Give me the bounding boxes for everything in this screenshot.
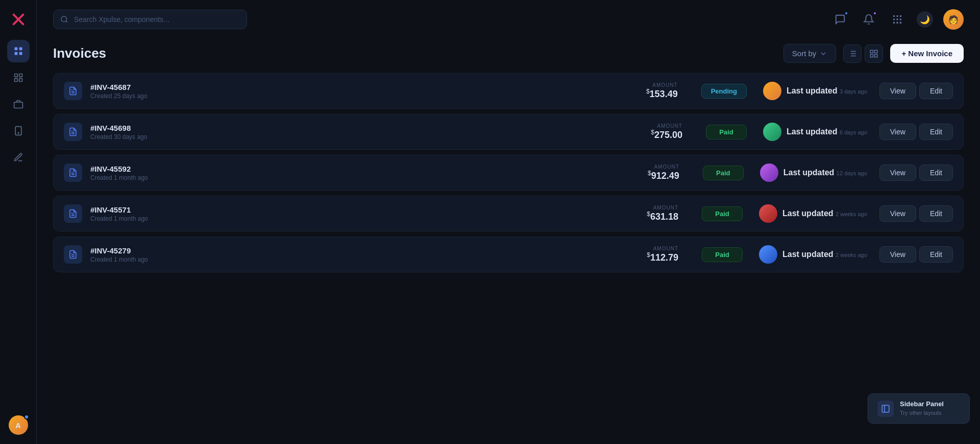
invoice-actions: View Edit: [879, 165, 953, 181]
theme-toggle[interactable]: 🌙: [917, 11, 933, 28]
new-invoice-button[interactable]: + New Invoice: [890, 44, 964, 63]
edit-button[interactable]: Edit: [919, 246, 953, 263]
invoice-amount: AMOUNT $912.49: [648, 164, 679, 181]
invoice-status-badge: Pending: [701, 84, 747, 99]
invoice-last-updated: Last updated 6 days ago: [787, 127, 867, 136]
user-avatar[interactable]: 🧑: [943, 9, 964, 30]
rail-user-avatar[interactable]: A: [9, 415, 28, 435]
invoice-actions: View Edit: [879, 205, 953, 222]
svg-rect-7: [19, 79, 22, 82]
view-button[interactable]: View: [879, 165, 916, 181]
sidebar-panel-tooltip[interactable]: Sidebar Panel Try other layouts: [868, 393, 970, 424]
invoice-date: Created 1 month ago: [90, 174, 640, 181]
invoice-status-badge: Paid: [702, 247, 743, 262]
svg-rect-8: [14, 102, 22, 108]
last-updated-label: Last updated: [782, 250, 834, 259]
app-logo[interactable]: [8, 9, 29, 30]
invoice-number: #INV-45592: [90, 165, 640, 173]
invoice-actions: View Edit: [879, 83, 953, 99]
edit-button[interactable]: Edit: [919, 83, 953, 99]
search-input[interactable]: [53, 10, 247, 29]
user-avatar: [760, 163, 778, 182]
user-avatar: [759, 245, 777, 264]
chevron-down-icon: [819, 50, 827, 58]
invoice-user: Last updated 12 days ago: [760, 163, 867, 182]
last-updated-label: Last updated: [783, 168, 835, 177]
svg-point-10: [18, 132, 19, 133]
main-content: 🌙 🧑 Invoices Sort by: [37, 0, 980, 444]
invoice-info: #INV-45592 Created 1 month ago: [90, 165, 640, 181]
last-updated-value: 2 weeks ago: [836, 252, 867, 258]
view-button[interactable]: View: [879, 205, 916, 222]
invoice-amount-label: AMOUNT: [647, 246, 678, 251]
search-wrap: [53, 10, 247, 29]
sort-by-dropdown[interactable]: Sort by: [783, 44, 837, 63]
invoice-row: #INV-45698 Created 30 days ago AMOUNT $2…: [53, 114, 964, 150]
grid-view-icon: [869, 49, 878, 58]
svg-point-19: [896, 22, 898, 24]
invoice-amount-label: AMOUNT: [647, 205, 678, 211]
grid-view-btn[interactable]: [865, 44, 883, 63]
svg-rect-0: [14, 48, 17, 51]
icon-rail: A: [0, 0, 37, 444]
invoice-amount-label: AMOUNT: [648, 164, 679, 170]
page-actions: Sort by + Ne: [783, 44, 964, 63]
invoice-user: Last updated 3 days ago: [763, 82, 867, 100]
invoice-user: Last updated 2 weeks ago: [759, 204, 867, 223]
sidebar-item-grid[interactable]: [7, 66, 30, 89]
invoice-icon: [64, 82, 82, 100]
last-updated-label: Last updated: [782, 209, 834, 218]
invoice-status-badge: Paid: [703, 166, 744, 180]
svg-point-14: [900, 15, 902, 17]
invoice-row: #INV-45279 Created 1 month ago AMOUNT $1…: [53, 237, 964, 272]
svg-point-13: [896, 15, 898, 17]
sidebar-item-briefcase[interactable]: [7, 93, 30, 115]
chat-icon-btn[interactable]: [831, 10, 849, 29]
invoice-amount-value: $912.49: [648, 170, 679, 181]
invoice-last-updated: Last updated 12 days ago: [783, 168, 867, 177]
invoice-number: #INV-45687: [90, 83, 638, 91]
panel-text: Sidebar Panel Try other layouts: [900, 400, 944, 417]
svg-rect-27: [871, 50, 873, 53]
svg-point-17: [900, 18, 902, 20]
edit-button[interactable]: Edit: [919, 205, 953, 222]
chat-icon: [835, 14, 846, 25]
edit-button[interactable]: Edit: [919, 124, 953, 140]
bell-icon-btn[interactable]: [860, 10, 878, 29]
svg-rect-1: [19, 48, 22, 51]
user-avatar: [763, 123, 781, 141]
invoice-icon: [64, 245, 82, 264]
user-avatar: [763, 82, 781, 100]
view-button[interactable]: View: [879, 83, 916, 99]
invoice-amount-value: $112.79: [647, 251, 678, 263]
invoice-row: #INV-45592 Created 1 month ago AMOUNT $9…: [53, 155, 964, 191]
rail-avatar-notification-dot: [24, 414, 29, 419]
apps-icon-btn[interactable]: [888, 10, 906, 29]
svg-point-18: [893, 22, 895, 24]
svg-point-12: [893, 15, 895, 17]
invoice-amount: AMOUNT $153.49: [646, 82, 678, 100]
bell-icon: [863, 14, 874, 25]
view-button[interactable]: View: [879, 124, 916, 140]
invoice-info: #INV-45571 Created 1 month ago: [90, 205, 639, 222]
last-updated-label: Last updated: [787, 86, 838, 95]
sidebar-item-device[interactable]: [7, 120, 30, 142]
invoice-list: #INV-45687 Created 25 days ago AMOUNT $1…: [53, 73, 964, 272]
invoice-info: #INV-45279 Created 1 month ago: [90, 246, 639, 263]
invoice-last-updated: Last updated 3 days ago: [787, 86, 867, 96]
last-updated-value: 3 days ago: [840, 88, 867, 95]
invoice-number: #INV-45571: [90, 205, 639, 214]
view-button[interactable]: View: [879, 246, 916, 263]
page-title: Invoices: [53, 45, 106, 61]
edit-button[interactable]: Edit: [919, 165, 953, 181]
sidebar-item-note[interactable]: [7, 146, 30, 169]
svg-rect-28: [875, 50, 877, 53]
invoice-amount-label: AMOUNT: [651, 123, 682, 129]
list-view-btn[interactable]: [843, 44, 862, 63]
invoice-last-updated: Last updated 2 weeks ago: [782, 250, 867, 259]
svg-rect-29: [871, 54, 873, 57]
invoice-row: #INV-45571 Created 1 month ago AMOUNT $6…: [53, 196, 964, 231]
invoice-amount-value: $631.18: [647, 211, 678, 222]
invoice-actions: View Edit: [879, 246, 953, 263]
sidebar-item-dashboard[interactable]: [7, 40, 30, 62]
